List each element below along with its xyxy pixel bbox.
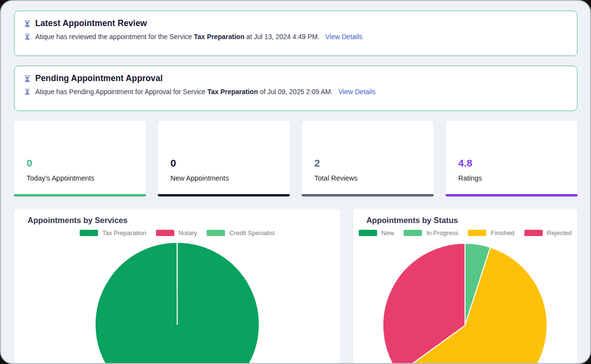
legend-swatch — [404, 230, 422, 236]
pending-approval-banner: Pending Appointment Approval Atique has … — [14, 66, 577, 111]
legend-swatch — [207, 230, 225, 236]
pie-chart-services — [14, 241, 340, 364]
charts-row: Appointments by Services Tax Preparation… — [14, 209, 577, 364]
legend-label: New — [381, 229, 394, 237]
legend-swatch — [156, 230, 174, 236]
chart-card-appointments-by-services: Appointments by Services Tax Preparation… — [14, 209, 340, 364]
hourglass-icon — [24, 33, 30, 40]
stats-row: 0 Today's Appointments 0 New Appointment… — [14, 121, 577, 196]
legend-label: In Progress — [426, 229, 458, 237]
stat-label: Total Reviews — [314, 174, 421, 182]
legend-swatch — [359, 230, 377, 236]
legend-item[interactable]: Finished — [468, 229, 514, 237]
legend-item[interactable]: Notary — [156, 229, 197, 237]
pie-slice[interactable] — [95, 242, 259, 364]
hourglass-icon — [24, 75, 31, 83]
view-details-link[interactable]: View Details — [325, 33, 363, 41]
stat-label: Ratings — [458, 174, 565, 182]
pie-svg — [380, 241, 549, 364]
latest-review-banner: Latest Appointment Review Atique has rev… — [14, 11, 577, 56]
stat-card-new-appointments: 0 New Appointments — [158, 121, 290, 196]
dashboard-content: Latest Appointment Review Atique has rev… — [1, 1, 590, 364]
stat-value: 2 — [314, 158, 421, 168]
legend-swatch — [468, 230, 486, 236]
hourglass-icon — [24, 88, 30, 95]
view-details-link[interactable]: View Details — [338, 88, 376, 96]
legend-label: Notary — [179, 229, 197, 237]
legend-item[interactable]: Credit Specialist — [207, 229, 275, 237]
stat-card-ratings: 4.8 Ratings — [446, 121, 577, 196]
stat-card-todays-appointments: 0 Today's Appointments — [14, 121, 146, 196]
legend-label: Rejected — [547, 229, 572, 237]
service-name: Tax Preparation — [207, 88, 258, 96]
service-name: Tax Preparation — [194, 33, 244, 41]
hourglass-icon — [24, 20, 31, 28]
legend-label: Finished — [491, 229, 514, 237]
stat-label: Today's Appointments — [27, 174, 133, 182]
banner-message: Atique has reviewed the appointment for … — [35, 33, 363, 41]
stat-label: New Appointments — [170, 174, 277, 182]
legend-swatch — [524, 230, 543, 236]
stat-value: 4.8 — [458, 158, 565, 168]
stat-card-total-reviews: 2 Total Reviews — [302, 121, 434, 196]
app-window: Latest Appointment Review Atique has rev… — [0, 0, 591, 364]
legend-label: Credit Specialist — [229, 229, 275, 237]
banner-title: Latest Appointment Review — [35, 18, 147, 28]
legend-item[interactable]: New — [359, 229, 394, 237]
legend-item[interactable]: Rejected — [524, 229, 572, 237]
banner-message: Atique has Pending Appointment for Appro… — [35, 88, 376, 96]
chart-title: Appointments by Status — [353, 216, 577, 225]
chart-legend: NewIn ProgressFinishedRejected — [353, 229, 577, 237]
pie-svg — [94, 241, 261, 364]
chart-legend: Tax PreparationNotaryCredit Specialist — [14, 229, 340, 237]
legend-swatch — [80, 230, 98, 236]
chart-card-appointments-by-status: Appointments by Status NewIn ProgressFin… — [353, 209, 577, 364]
legend-label: Tax Preparation — [102, 229, 146, 237]
pie-chart-status — [353, 241, 577, 364]
chart-title: Appointments by Services — [14, 216, 340, 225]
stat-value: 0 — [27, 158, 133, 168]
legend-item[interactable]: In Progress — [404, 229, 458, 237]
banner-title: Pending Appointment Approval — [35, 73, 163, 84]
legend-item[interactable]: Tax Preparation — [80, 229, 146, 237]
stat-value: 0 — [170, 158, 277, 168]
